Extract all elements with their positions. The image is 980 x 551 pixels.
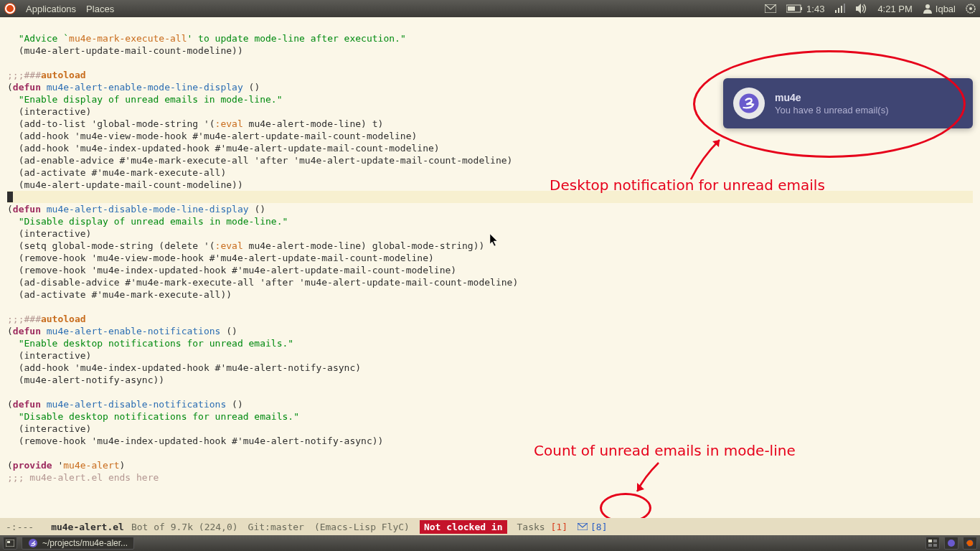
svg-rect-14 [7,541,10,543]
modeline-position: Bot of 9.7k (224,0) [131,522,238,532]
network-icon[interactable] [834,4,846,14]
svg-rect-19 [933,544,937,547]
tray-firefox-icon[interactable] [963,537,977,550]
ubuntu-logo-icon[interactable] [4,3,16,14]
modeline-buffer-name[interactable]: mu4e-alert.el [51,522,124,532]
bottom-panel: ~/projects/mu4e-aler... [0,535,980,551]
svg-rect-7 [844,4,845,13]
svg-point-8 [925,4,930,9]
mail-icon [578,523,588,530]
tray-emacs-icon[interactable] [944,537,958,550]
emacs-icon [28,538,38,548]
emacs-icon [733,88,765,119]
tray-workspace-icon[interactable] [925,537,940,550]
svg-rect-6 [841,6,842,13]
user-menu[interactable]: Iqbal [923,4,956,14]
clock[interactable]: 4:21 PM [877,4,912,14]
gear-icon[interactable] [966,4,976,14]
modeline-vc: Git:master [248,522,304,532]
taskbar-item-emacs[interactable]: ~/projects/mu4e-aler... [22,537,134,550]
user-name: Iqbal [936,4,956,14]
svg-rect-16 [928,540,932,542]
taskbar-item-label: ~/projects/mu4e-aler... [42,538,128,548]
battery-time: 1:43 [806,4,824,14]
menu-applications[interactable]: Applications [26,4,76,14]
svg-rect-5 [838,8,839,13]
notification-title: mu4e [775,92,889,103]
mail-icon[interactable] [765,4,776,13]
desktop-notification[interactable]: mu4e You have 8 unread email(s) [723,78,973,128]
menu-places[interactable]: Places [86,4,114,14]
svg-rect-17 [933,540,937,542]
show-desktop-icon[interactable] [3,537,17,550]
modeline-state: -:--- [6,522,34,532]
modeline-tasks[interactable]: Tasks [1] [517,522,567,532]
notification-body: You have 8 unread email(s) [775,105,889,116]
modeline-clock[interactable]: Not clocked in [420,520,507,534]
svg-rect-3 [788,6,795,11]
modeline-modes: (Emacs-Lisp FlyC) [314,522,410,532]
svg-rect-4 [835,10,837,13]
emacs-modeline: -:--- mu4e-alert.el Bot of 9.7k (224,0) … [0,518,980,535]
modeline-mail-count[interactable]: [8] [578,522,607,532]
svg-rect-18 [928,544,932,547]
volume-icon[interactable] [856,4,867,14]
battery-icon[interactable]: 1:43 [786,4,824,14]
top-panel: Applications Places 1:43 4:21 PM Iqbal [0,0,980,17]
svg-point-10 [969,7,972,10]
svg-rect-2 [801,7,802,10]
svg-point-20 [948,540,955,547]
